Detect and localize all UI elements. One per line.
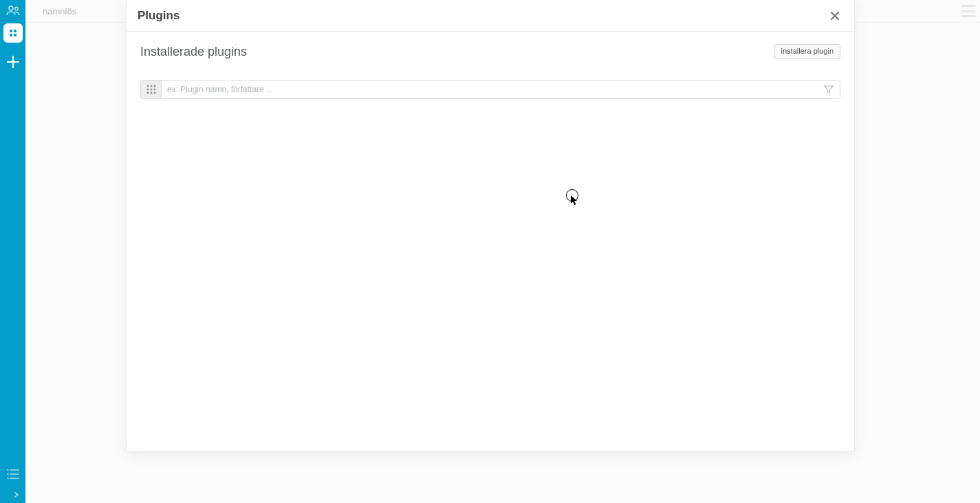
close-icon (829, 10, 840, 21)
modal-subheader: Installerade plugins installera plugin (140, 44, 840, 59)
svg-point-20 (150, 92, 152, 94)
users-icon[interactable] (4, 4, 22, 17)
plugin-search-input[interactable] (162, 81, 818, 98)
svg-point-1 (14, 7, 18, 10)
grid-icon[interactable] (141, 81, 162, 98)
svg-rect-4 (14, 30, 17, 32)
modal-header: Plugins (127, 0, 854, 32)
app-sidebar (0, 0, 25, 503)
svg-point-19 (146, 92, 149, 94)
svg-rect-3 (10, 30, 12, 32)
svg-rect-2 (8, 28, 19, 39)
svg-point-13 (146, 85, 149, 87)
hamburger-icon[interactable] (961, 5, 976, 17)
svg-point-17 (150, 89, 152, 91)
installed-plugins-title: Installerade plugins (140, 45, 247, 59)
close-button[interactable] (827, 8, 843, 24)
svg-point-16 (146, 89, 149, 91)
svg-point-18 (153, 89, 155, 91)
svg-point-15 (153, 85, 155, 87)
sidebar-item-dashboard[interactable] (3, 23, 23, 43)
svg-rect-6 (14, 34, 17, 36)
svg-rect-5 (10, 34, 12, 36)
expand-icon[interactable] (4, 492, 22, 499)
plugin-search-bar (140, 80, 840, 99)
plugins-modal: Plugins Installerade plugins installera … (126, 0, 855, 452)
svg-point-14 (150, 85, 152, 87)
list-icon[interactable] (4, 466, 22, 482)
svg-point-0 (9, 6, 13, 10)
filter-icon[interactable] (818, 81, 840, 98)
modal-body: Installerade plugins installera plugin (127, 32, 854, 451)
svg-point-21 (153, 92, 155, 94)
install-plugin-button[interactable]: installera plugin (774, 44, 840, 59)
modal-title: Plugins (138, 9, 179, 23)
page-title-text: namnlös (43, 6, 76, 17)
add-button[interactable] (3, 52, 23, 72)
